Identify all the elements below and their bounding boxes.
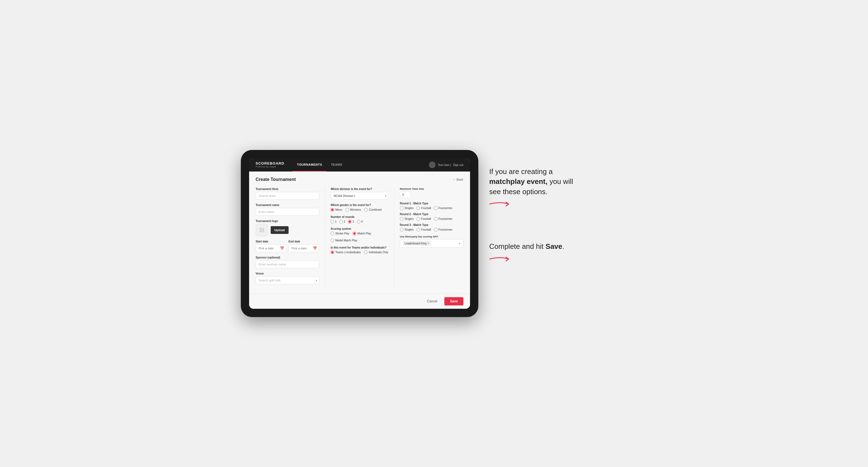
round2-fourball-radio[interactable]: [416, 217, 420, 221]
sponsor-label: Sponsor (optional): [256, 256, 319, 259]
tournament-host-label: Tournament Host: [256, 188, 319, 191]
scoring-medal-radio[interactable]: [331, 239, 334, 242]
round2-singles-radio[interactable]: [400, 217, 403, 221]
api-tag-remove[interactable]: ×: [428, 241, 429, 245]
rounds-1-radio[interactable]: [331, 220, 334, 223]
rounds-1[interactable]: 1: [331, 220, 337, 223]
form-col-1: Tournament Host Tournament name Tourname…: [256, 188, 325, 288]
round3-fourball[interactable]: Fourball: [416, 228, 431, 231]
annotation-save-bold: Save: [546, 242, 562, 250]
rounds-label: Number of rounds: [331, 215, 389, 218]
nav-right: Test User | Sign out: [429, 161, 463, 168]
gender-combined[interactable]: Combined: [364, 208, 382, 212]
scoring-stroke[interactable]: Stroke Play: [331, 232, 349, 235]
sponsor-input[interactable]: [256, 260, 319, 268]
event-individuals-radio[interactable]: [364, 250, 368, 254]
upload-button[interactable]: Upload: [271, 226, 288, 234]
form-col-2: Which division is the event for? NCAA Di…: [325, 188, 394, 288]
sponsor-group: Sponsor (optional): [256, 256, 319, 268]
round1-foursomes-radio[interactable]: [434, 206, 437, 210]
round2-match-type: Round 2 - Match Type Singles Fourball: [400, 213, 463, 221]
gender-mens-radio[interactable]: [331, 208, 334, 212]
rounds-3[interactable]: 3: [348, 220, 354, 223]
back-link[interactable]: ← Back: [453, 178, 463, 181]
arrow-icon-2: [489, 255, 512, 263]
round1-fourball-radio[interactable]: [416, 206, 420, 210]
event-type-label: Is this event for Teams and/or Individua…: [331, 246, 389, 249]
rounds-3-label: 3: [352, 220, 354, 223]
division-select[interactable]: NCAA Division I NCAA Division II NCAA Di…: [331, 192, 389, 200]
venue-wrapper: Search golf club ▾: [256, 276, 319, 284]
rounds-3-radio[interactable]: [348, 220, 351, 223]
max-team-size-input[interactable]: [400, 191, 411, 198]
arrow-1: [489, 200, 578, 208]
rounds-2-label: 2: [344, 220, 345, 223]
round1-fourball[interactable]: Fourball: [416, 206, 431, 210]
page-title: Create Tournament: [256, 177, 296, 182]
tab-tournaments[interactable]: TOURNAMENTS: [292, 158, 327, 172]
round1-label: Round 1 - Match Type: [400, 202, 463, 205]
round2-fourball[interactable]: Fourball: [416, 217, 431, 221]
start-date-input[interactable]: [256, 244, 286, 252]
api-select-box[interactable]: Leaderboard King × ▾: [400, 239, 463, 247]
scoring-match-radio[interactable]: [353, 232, 356, 235]
round2-foursomes[interactable]: Foursomes: [434, 217, 453, 221]
tournament-name-label: Tournament name: [256, 204, 319, 207]
gender-combined-radio[interactable]: [364, 208, 368, 212]
round1-fourball-label: Fourball: [421, 207, 431, 210]
round3-singles[interactable]: Singles: [400, 228, 414, 231]
gender-mens[interactable]: Mens: [331, 208, 342, 212]
tournament-logo-label: Tournament logo: [256, 220, 319, 223]
event-teams-radio[interactable]: [331, 250, 334, 254]
tab-teams[interactable]: TEAMS: [327, 158, 347, 172]
save-button[interactable]: Save: [444, 297, 463, 306]
event-individuals[interactable]: Individuals Only: [364, 250, 388, 254]
logo-placeholder: [256, 224, 268, 236]
round3-foursomes-radio[interactable]: [434, 228, 437, 231]
rounds-2[interactable]: 2: [339, 220, 345, 223]
round2-options: Singles Fourball Foursomes: [400, 217, 463, 221]
logo-sub: Powered by clippit: [256, 166, 284, 168]
gender-womens-radio[interactable]: [345, 208, 349, 212]
gender-womens[interactable]: Womens: [345, 208, 361, 212]
round3-foursomes[interactable]: Foursomes: [434, 228, 453, 231]
rounds-4-label: 4: [361, 220, 363, 223]
tournament-name-group: Tournament name: [256, 204, 319, 216]
scoring-match[interactable]: Match Play: [353, 232, 371, 235]
gender-womens-label: Womens: [350, 208, 361, 211]
annotations: If you are creating a matchplay event, y…: [489, 150, 627, 263]
start-date-wrapper: 📅: [256, 244, 286, 252]
round1-singles-radio[interactable]: [400, 206, 403, 210]
scoring-stroke-label: Stroke Play: [335, 232, 349, 235]
tournament-host-input[interactable]: [256, 192, 319, 200]
rounds-4-radio[interactable]: [357, 220, 361, 223]
scoring-medal-label: Medal Match Play: [335, 239, 357, 242]
nav-bar: SCOREBOARD Powered by clippit TOURNAMENT…: [249, 158, 470, 172]
tablet-frame: SCOREBOARD Powered by clippit TOURNAMENT…: [241, 150, 478, 317]
division-group: Which division is the event for? NCAA Di…: [331, 188, 389, 200]
signout-link[interactable]: Sign out: [453, 163, 463, 166]
gender-radio-group: Mens Womens Combined: [331, 208, 389, 212]
round1-match-type: Round 1 - Match Type Singles Fourball: [400, 202, 463, 210]
division-select-wrapper: NCAA Division I NCAA Division II NCAA Di…: [331, 192, 389, 200]
round2-singles[interactable]: Singles: [400, 217, 414, 221]
round1-foursomes[interactable]: Foursomes: [434, 206, 453, 210]
round3-singles-radio[interactable]: [400, 228, 403, 231]
scoring-medal[interactable]: Medal Match Play: [331, 239, 357, 242]
tournament-name-input[interactable]: [256, 208, 319, 216]
round3-label: Round 3 - Match Type: [400, 223, 463, 226]
api-group: Use third-party live scoring API? Leader…: [400, 235, 463, 247]
round3-fourball-radio[interactable]: [416, 228, 420, 231]
round2-foursomes-label: Foursomes: [439, 217, 453, 220]
round2-foursomes-radio[interactable]: [434, 217, 437, 221]
rounds-4[interactable]: 4: [357, 220, 363, 223]
event-teams[interactable]: Teams (+Individuals): [331, 250, 361, 254]
cancel-button[interactable]: Cancel: [423, 297, 442, 306]
round3-match-type: Round 3 - Match Type Singles Fourball: [400, 223, 463, 231]
scoring-stroke-radio[interactable]: [331, 232, 334, 235]
end-date-input[interactable]: [288, 244, 319, 252]
venue-select[interactable]: Search golf club: [256, 276, 319, 284]
rounds-2-radio[interactable]: [339, 220, 343, 223]
date-row: Start date 📅 End date: [256, 240, 319, 252]
round1-singles[interactable]: Singles: [400, 206, 414, 210]
